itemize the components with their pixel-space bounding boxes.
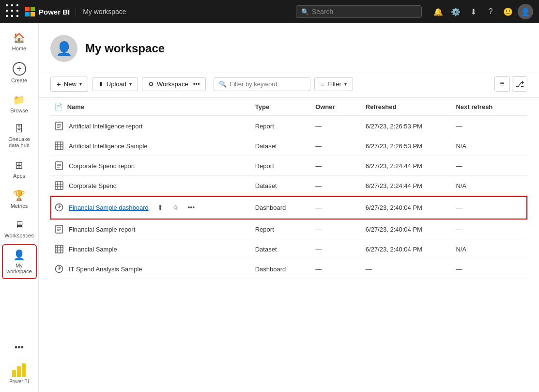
svg-rect-1: [17, 366, 21, 377]
feedback-icon[interactable]: 🙂: [500, 4, 516, 19]
sidebar-label-apps: Apps: [13, 173, 25, 179]
table-row: Corporate Spend Dataset — 6/27/23, 2:24:…: [50, 176, 527, 196]
sidebar-item-create[interactable]: + Create: [2, 57, 37, 88]
row-type-icon: [54, 224, 64, 234]
cell-next-refresh: —: [452, 259, 527, 279]
topnav-icon-group: 🔔 ⚙️ ⬇ ? 🙂 👤: [431, 4, 533, 19]
top-navigation: Power BI My workspace 🔍 🔔 ⚙️ ⬇ ? 🙂 👤: [0, 0, 539, 23]
table-row: Artificial Intelligence report Report — …: [50, 116, 527, 136]
cell-owner: —: [311, 239, 362, 259]
powerbi-logo-icon: [10, 361, 28, 379]
col-header-next-refresh[interactable]: Next refresh: [452, 98, 527, 116]
workspace-label: Workspace: [157, 80, 188, 88]
search-icon: 🔍: [301, 8, 309, 16]
user-avatar[interactable]: 👤: [518, 4, 533, 19]
more-action-button[interactable]: •••: [185, 201, 198, 214]
cell-next-refresh: N/A: [452, 176, 527, 196]
help-icon[interactable]: ?: [483, 4, 498, 19]
col-header-type[interactable]: Type: [251, 98, 311, 116]
cell-owner: —: [311, 196, 362, 220]
sidebar-label-workspaces: Workspaces: [4, 233, 33, 238]
items-table: 📄 Name Type Owner Refreshed Next refresh…: [50, 98, 527, 279]
body-layout: 🏠 Home + Create 📁 Browse 🗄 OneLake data …: [0, 23, 539, 392]
sidebar-item-metrics[interactable]: 🏆 Metrics: [2, 185, 37, 214]
cell-next-refresh: —: [452, 196, 527, 220]
search-input[interactable]: [312, 8, 416, 16]
onelake-icon: 🗄: [15, 124, 24, 134]
sidebar-more-button[interactable]: •••: [2, 340, 37, 356]
grid-view-button[interactable]: ⎇: [512, 76, 527, 92]
global-search-box[interactable]: 🔍: [296, 5, 422, 18]
table-row: Corporate Spend report Report — 6/27/23,…: [50, 156, 527, 176]
filter-button[interactable]: ≡ Filter ▾: [314, 77, 353, 91]
cell-refreshed: 6/27/23, 2:40:04 PM: [362, 196, 452, 220]
upload-button[interactable]: ⬆ Upload ▾: [92, 77, 138, 91]
cell-type: Dashboard: [251, 196, 311, 220]
sidebar-item-my-workspace[interactable]: 👤 My workspace: [2, 244, 37, 279]
filter-search-box[interactable]: 🔍: [214, 77, 310, 91]
col-header-refreshed[interactable]: Refreshed: [362, 98, 452, 116]
col-header-owner[interactable]: Owner: [311, 98, 362, 116]
cell-next-refresh: —: [452, 116, 527, 136]
download-icon[interactable]: ⬇: [465, 4, 481, 19]
filter-keyword-input[interactable]: [230, 80, 305, 88]
cell-type: Dashboard: [251, 259, 311, 279]
row-type-icon: [54, 203, 64, 212]
workspace-breadcrumb: My workspace: [83, 8, 126, 16]
workspace-header: 👤 My workspace: [39, 23, 539, 70]
svg-rect-7: [55, 142, 63, 150]
apps-icon: ⊞: [15, 159, 23, 171]
cell-next-refresh: N/A: [452, 136, 527, 156]
sidebar-item-onelake[interactable]: 🗄 OneLake data hub: [2, 119, 37, 154]
share-action-button[interactable]: ⬆: [154, 201, 167, 214]
cell-refreshed: 6/27/23, 2:40:04 PM: [362, 220, 452, 239]
cell-type: Report: [251, 220, 311, 239]
cell-next-refresh: —: [452, 220, 527, 239]
new-button[interactable]: + New ▾: [50, 77, 88, 92]
sidebar-item-apps[interactable]: ⊞ Apps: [2, 155, 37, 184]
svg-rect-2: [22, 363, 26, 377]
brand-logo: Power BI: [25, 7, 76, 16]
sidebar-item-browse[interactable]: 📁 Browse: [2, 89, 37, 118]
cell-name: Financial Sample: [50, 239, 251, 259]
sidebar: 🏠 Home + Create 📁 Browse 🗄 OneLake data …: [0, 23, 39, 392]
col-header-name[interactable]: 📄 Name: [50, 98, 251, 116]
cell-type: Dataset: [251, 239, 311, 259]
main-content: 👤 My workspace + New ▾ ⬆ Upload ▾ ⚙ Work…: [39, 23, 539, 392]
filter-label: Filter: [327, 80, 341, 88]
item-link[interactable]: Financial Sample dashboard: [69, 204, 149, 211]
create-icon: +: [13, 62, 26, 76]
list-view-button[interactable]: ≡: [494, 76, 510, 92]
powerbi-logo-container: Power BI: [9, 358, 29, 388]
row-type-icon: [54, 161, 64, 171]
workspace-button[interactable]: ⚙ Workspace •••: [142, 77, 206, 91]
sidebar-item-workspaces[interactable]: 🖥 Workspaces: [2, 215, 37, 243]
toolbar: + New ▾ ⬆ Upload ▾ ⚙ Workspace ••• 🔍 ≡ F…: [39, 70, 539, 98]
sidebar-label-my-workspace: My workspace: [5, 263, 34, 274]
new-chevron-icon: ▾: [79, 81, 82, 87]
cell-name: Artificial Intelligence Sample: [50, 136, 251, 156]
cell-owner: —: [311, 116, 362, 136]
cell-name: Financial Sample report: [50, 220, 251, 239]
item-name: Artificial Intelligence Sample: [69, 142, 148, 150]
table-row: Financial Sample Dataset — 6/27/23, 2:40…: [50, 239, 527, 259]
table-row: Artificial Intelligence Sample Dataset —…: [50, 136, 527, 156]
cell-owner: —: [311, 176, 362, 196]
workspace-more-icon: •••: [193, 80, 200, 88]
favorite-action-button[interactable]: ☆: [169, 201, 183, 214]
workspaces-icon: 🖥: [15, 220, 24, 231]
cell-owner: —: [311, 136, 362, 156]
cell-type: Dataset: [251, 176, 311, 196]
sidebar-label-browse: Browse: [10, 108, 28, 113]
plus-icon: +: [57, 80, 61, 88]
upload-chevron-icon: ▾: [129, 81, 132, 87]
notifications-icon[interactable]: 🔔: [431, 4, 446, 19]
item-name: Financial Sample report: [69, 226, 135, 233]
cell-refreshed: —: [362, 259, 452, 279]
upload-label: Upload: [107, 80, 126, 88]
sidebar-item-home[interactable]: 🏠 Home: [2, 27, 37, 56]
row-type-icon: [54, 121, 64, 131]
apps-grid-icon[interactable]: [6, 4, 20, 19]
settings-icon[interactable]: ⚙️: [448, 4, 463, 19]
row-type-icon: [54, 141, 64, 151]
